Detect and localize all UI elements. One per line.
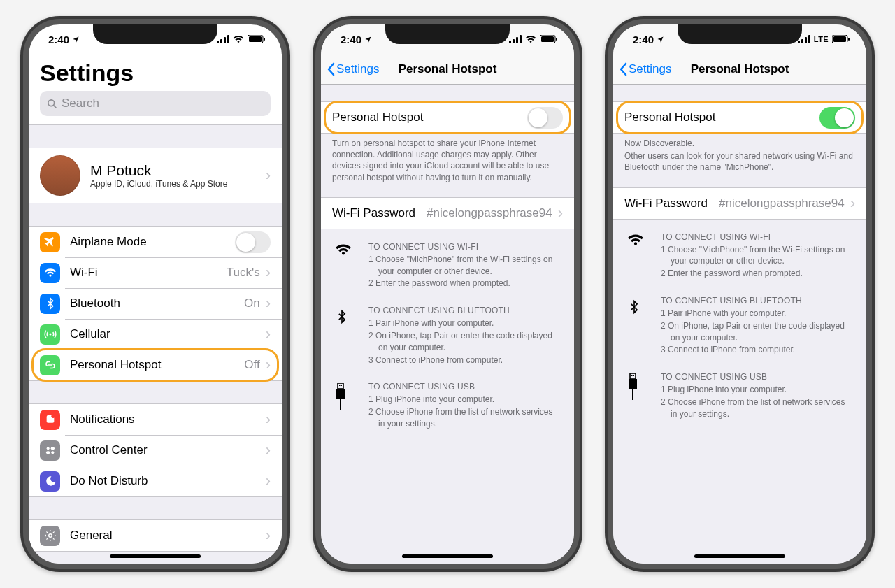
profile-name: M Potuck: [90, 162, 260, 179]
home-indicator[interactable]: [110, 554, 201, 558]
status-time: 2:40: [48, 34, 69, 45]
usb-icon: [627, 372, 645, 420]
battery-icon: [832, 35, 850, 43]
chevron-right-icon: ›: [266, 357, 271, 373]
control-center-row[interactable]: Control Center ›: [29, 435, 282, 466]
notifications-tile-icon: [40, 410, 60, 430]
personal-hotspot-row[interactable]: Personal Hotspot Off ›: [29, 350, 282, 380]
nav-bar: Settings Personal Hotspot: [321, 54, 574, 85]
hotspot-toggle[interactable]: [527, 107, 563, 129]
svg-rect-25: [339, 385, 341, 386]
svg-rect-6: [264, 38, 265, 41]
chevron-right-icon: ›: [558, 206, 563, 221]
chevron-right-icon: ›: [850, 196, 855, 211]
svg-rect-19: [516, 37, 518, 43]
wifi-icon: [335, 242, 353, 290]
notifications-row[interactable]: Notifications ›: [29, 404, 282, 435]
svg-rect-34: [833, 36, 846, 42]
notch: [93, 24, 217, 44]
bluetooth-icon: [627, 296, 645, 357]
chevron-right-icon: ›: [266, 528, 271, 543]
notch: [678, 24, 802, 44]
usb-icon: [335, 382, 353, 430]
connect-wifi-block: TO CONNECT USING WI-FI Choose "MichPhone…: [321, 229, 574, 293]
home-indicator[interactable]: [694, 554, 785, 558]
svg-rect-26: [341, 385, 343, 386]
hotspot-toggle[interactable]: [819, 107, 855, 129]
svg-rect-17: [509, 41, 511, 43]
chevron-right-icon: ›: [266, 265, 271, 280]
avatar: [40, 155, 80, 196]
chevron-left-icon: [619, 62, 627, 76]
back-button[interactable]: Settings: [613, 62, 671, 76]
general-row[interactable]: General ›: [29, 520, 282, 551]
chevron-right-icon: ›: [266, 296, 271, 311]
connect-wifi-block: TO CONNECT USING WI-FI Choose "MichPhone…: [613, 220, 866, 283]
dnd-row[interactable]: Do Not Disturb ›: [29, 466, 282, 496]
svg-rect-31: [805, 37, 807, 43]
hotspot-note: Turn on personal hotspot to share your i…: [321, 134, 574, 183]
svg-point-12: [46, 447, 49, 450]
svg-point-9: [49, 334, 51, 336]
cellular-tile-icon: [40, 324, 60, 345]
connect-bluetooth-block: TO CONNECT USING BLUETOOTH Pair iPhone w…: [321, 293, 574, 369]
svg-rect-27: [336, 389, 345, 399]
svg-rect-2: [224, 37, 226, 43]
airplane-mode-row[interactable]: Airplane Mode: [29, 227, 282, 257]
svg-rect-0: [217, 41, 219, 43]
wifi-icon: [233, 35, 244, 43]
cellular-row[interactable]: Cellular ›: [29, 319, 282, 350]
wifi-icon: [525, 35, 536, 43]
wifi-icon: [627, 232, 645, 280]
chevron-right-icon: ›: [266, 327, 271, 342]
svg-rect-38: [633, 375, 635, 376]
home-indicator[interactable]: [402, 554, 493, 558]
svg-line-8: [53, 105, 56, 108]
chevron-right-icon: ›: [266, 412, 271, 427]
connect-bluetooth-block: TO CONNECT USING BLUETOOTH Pair iPhone w…: [613, 283, 866, 359]
wifi-row[interactable]: Wi-Fi Tuck's ›: [29, 257, 282, 288]
svg-rect-5: [249, 36, 262, 42]
battery-icon: [248, 35, 265, 43]
chevron-right-icon: ›: [266, 168, 271, 183]
airplane-toggle[interactable]: [235, 231, 271, 253]
nav-bar: Settings Personal Hotspot: [613, 54, 866, 85]
svg-rect-37: [631, 375, 633, 376]
profile-sub: Apple ID, iCloud, iTunes & App Store: [90, 179, 260, 189]
svg-rect-14: [46, 451, 50, 454]
search-input[interactable]: Search: [40, 91, 271, 116]
svg-rect-36: [630, 373, 636, 379]
svg-rect-28: [340, 399, 341, 410]
status-time: 2:40: [633, 34, 654, 45]
wifi-password-row[interactable]: Wi-Fi Password #nicelongpassphrase94 ›: [613, 188, 866, 219]
svg-rect-22: [541, 36, 554, 42]
location-icon: [72, 36, 80, 43]
svg-rect-1: [220, 39, 222, 43]
svg-rect-23: [556, 38, 557, 41]
wifi-tile-icon: [40, 263, 60, 283]
hotspot-toggle-row[interactable]: Personal Hotspot: [321, 102, 574, 133]
svg-point-16: [48, 534, 52, 538]
connect-usb-block: TO CONNECT USING USB Plug iPhone into yo…: [321, 369, 574, 433]
search-icon: [47, 99, 57, 109]
chevron-right-icon: ›: [266, 443, 271, 458]
hotspot-toggle-row[interactable]: Personal Hotspot: [613, 102, 866, 133]
location-icon: [364, 36, 372, 43]
bluetooth-icon: [335, 306, 353, 366]
svg-rect-13: [50, 447, 54, 450]
bluetooth-row[interactable]: Bluetooth On ›: [29, 288, 282, 319]
wifi-password-row[interactable]: Wi-Fi Password #nicelongpassphrase94 ›: [321, 198, 574, 229]
svg-point-15: [51, 451, 54, 454]
status-time: 2:40: [341, 34, 361, 45]
apple-id-row[interactable]: M Potuck Apple ID, iCloud, iTunes & App …: [29, 148, 282, 203]
svg-rect-40: [632, 389, 633, 400]
location-icon: [657, 36, 664, 43]
back-button[interactable]: Settings: [321, 62, 379, 76]
phone-1: 2:40 Settings Search M Potuck: [20, 16, 290, 572]
svg-rect-39: [629, 379, 637, 389]
airplane-icon: [40, 232, 60, 252]
chevron-right-icon: ›: [266, 473, 271, 489]
notch: [385, 24, 510, 44]
svg-rect-32: [808, 35, 810, 43]
svg-rect-3: [227, 35, 229, 43]
